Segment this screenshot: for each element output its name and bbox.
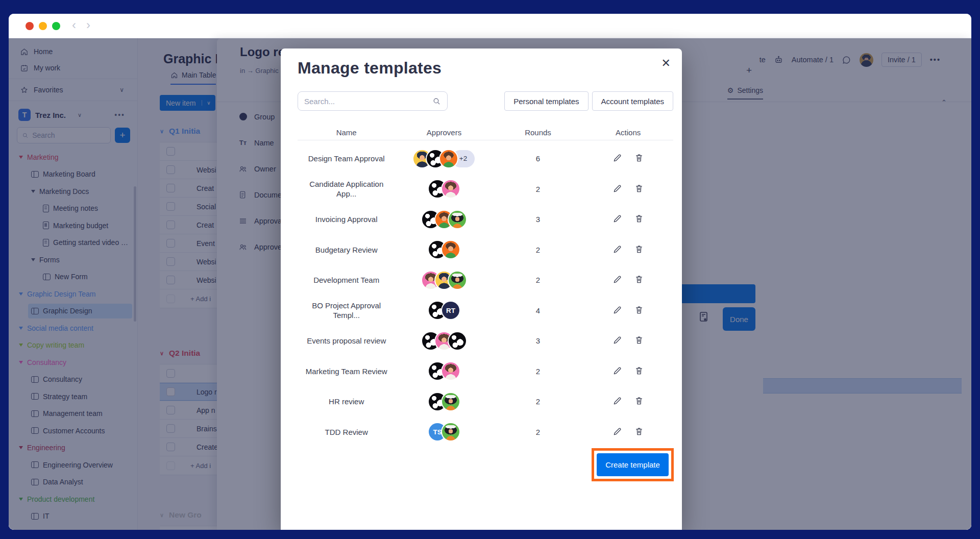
template-rounds: 3 [493,336,583,345]
template-name: Invoicing Approval [298,214,395,225]
template-rounds: 2 [493,185,583,193]
app-window: ‹ › Home My work Favorites ∨ T [9,14,971,530]
approvers-avatars [395,362,493,380]
account-templates-button[interactable]: Account templates [592,91,673,111]
template-rounds: 2 [493,367,583,376]
edit-pencil-icon[interactable] [612,305,623,316]
template-name: BO Project Approval Templ... [298,301,395,321]
avatar-pink-woman [442,362,459,380]
edit-pencil-icon[interactable] [612,365,623,377]
row-actions [583,426,673,438]
app-area: Home My work Favorites ∨ T Trez Inc. ∨ •… [9,38,971,530]
delete-trash-icon[interactable] [634,365,644,377]
page: { "window": { "traffic_lights": { "red":… [0,0,980,539]
delete-trash-icon[interactable] [634,305,644,316]
row-actions [583,335,673,347]
header-name: Name [298,128,395,138]
template-row: TDD ReviewTS2 [298,417,673,448]
delete-trash-icon[interactable] [634,274,644,286]
header-approvers: Approvers [395,128,493,137]
template-name: Candidate Application App... [298,179,395,199]
row-actions [583,274,673,286]
approvers-avatars [395,332,493,350]
row-actions [583,153,673,164]
avatar-green-hijab [449,211,466,228]
forward-icon[interactable]: › [83,18,93,32]
template-rounds: 2 [493,397,583,406]
template-search[interactable] [298,91,448,111]
table-header: Name Approvers Rounds Actions [298,125,673,140]
row-actions [583,396,673,407]
templates-table: Name Approvers Rounds Actions Design Tea… [298,125,673,447]
approvers-avatars: RT [395,302,493,319]
edit-pencil-icon[interactable] [612,396,623,407]
approvers-avatars [395,272,493,289]
template-rounds: 2 [493,428,583,436]
edit-pencil-icon[interactable] [612,274,623,286]
back-icon[interactable]: ‹ [69,18,79,32]
template-name: Budgetary Review [298,245,395,255]
avatar-green-hijab [442,393,459,410]
template-row: HR review2 [298,386,673,417]
search-icon [432,97,441,106]
edit-pencil-icon[interactable] [612,213,623,225]
delete-trash-icon[interactable] [634,335,644,347]
avatar-green-hijab [442,423,459,440]
delete-trash-icon[interactable] [634,213,644,225]
template-row: Budgetary Review2 [298,235,673,265]
create-template-button[interactable]: Create template [597,453,669,476]
template-row: Marketing Team Review2 [298,356,673,387]
template-row: Design Team Approval+26 [298,143,673,174]
avatar-orange-man [440,150,457,167]
close-icon[interactable]: ✕ [662,57,671,70]
edit-pencil-icon[interactable] [612,426,623,438]
avatar-green-hijab [449,272,466,289]
row-actions [583,305,673,316]
row-actions [583,183,673,195]
template-row: BO Project Approval Templ...RT4 [298,296,673,326]
delete-trash-icon[interactable] [634,183,644,195]
avatar-default [449,332,466,350]
personal-templates-button[interactable]: Personal templates [504,91,588,111]
edit-pencil-icon[interactable] [612,153,623,164]
approvers-avatars: TS [395,423,493,440]
delete-trash-icon[interactable] [634,244,644,256]
template-name: TDD Review [298,427,395,437]
template-name: Design Team Approval [298,154,395,164]
table-rows: Design Team Approval+26Candidate Applica… [298,143,673,447]
template-row: Development Team2 [298,265,673,296]
template-rounds: 6 [493,154,583,163]
template-name: HR review [298,397,395,407]
template-rounds: 2 [493,276,583,284]
template-name: Events proposal review [298,336,395,346]
approvers-avatars [395,180,493,198]
edit-pencil-icon[interactable] [612,183,623,195]
template-rounds: 2 [493,246,583,254]
template-search-input[interactable] [304,97,428,106]
delete-trash-icon[interactable] [634,153,644,164]
row-actions [583,213,673,225]
row-actions [583,365,673,377]
header-rounds: Rounds [493,128,583,137]
template-row: Invoicing Approval3 [298,204,673,235]
close-window-button[interactable] [26,22,34,30]
create-template-highlight: Create template [592,448,674,481]
template-rounds: 4 [493,306,583,315]
avatar-pink-woman [442,180,459,198]
minimize-window-button[interactable] [39,22,47,30]
edit-pencil-icon[interactable] [612,335,623,347]
maximize-window-button[interactable] [52,22,60,30]
delete-trash-icon[interactable] [634,426,644,438]
edit-pencil-icon[interactable] [612,244,623,256]
approvers-avatars: +2 [395,150,493,167]
row-actions [583,244,673,256]
approvers-avatars [395,393,493,410]
approvers-avatars [395,241,493,258]
manage-templates-modal: ✕ Manage templates Personal templates Ac… [281,48,682,530]
template-rounds: 3 [493,215,583,224]
header-actions: Actions [583,128,673,137]
delete-trash-icon[interactable] [634,396,644,407]
approvers-avatars [395,211,493,228]
template-row: Candidate Application App...2 [298,174,673,205]
avatar-orange-man [442,241,459,258]
